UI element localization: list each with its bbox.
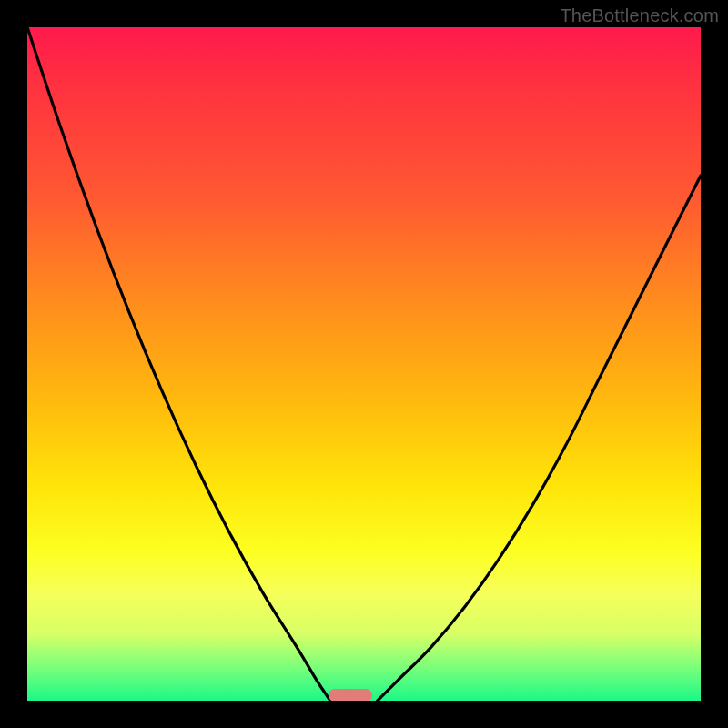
plot-area [27, 27, 701, 701]
minimum-marker [329, 689, 372, 701]
left-curve [27, 27, 330, 701]
chart-frame: TheBottleneck.com [0, 0, 728, 728]
curve-layer [27, 27, 701, 701]
watermark-text: TheBottleneck.com [560, 5, 719, 26]
right-curve [378, 176, 701, 701]
